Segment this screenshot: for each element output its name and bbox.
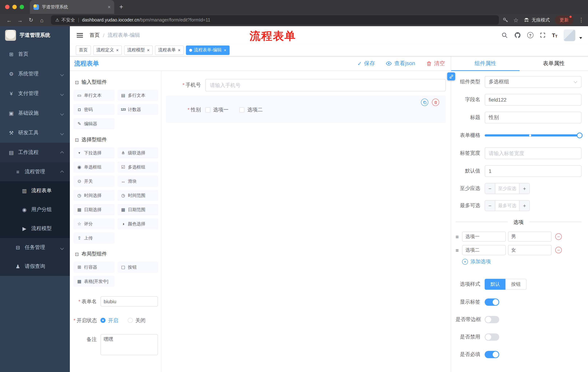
checkbox-option-1[interactable]: 选项一 [205,107,229,113]
min-select-placeholder[interactable]: 至少应选 [495,183,519,194]
palette-chip-row-container[interactable]: ⊞行容器 [74,262,115,273]
remove-option-icon[interactable]: − [555,247,562,253]
palette-chip-multi-text[interactable]: ▤多行文本 [117,90,158,101]
palette-chip-date-range[interactable]: ▦日期范围 [117,204,158,215]
palette-chip-checkbox-group[interactable]: ☑多选框组 [117,162,158,172]
reload-icon[interactable]: ↻ [25,17,36,23]
canvas-field-phone[interactable]: *手机号 [166,79,446,91]
github-icon[interactable] [514,32,521,39]
clear-button[interactable]: 清空 [426,60,445,67]
palette-chip-switch[interactable]: ⊙开关 [74,176,115,187]
delete-component-icon[interactable] [432,99,439,106]
update-browser-button[interactable]: 更新 [555,16,573,24]
fullscreen-icon[interactable] [539,32,546,38]
palette-chip-time-range[interactable]: ◷时间范围 [117,190,158,201]
user-avatar[interactable] [564,29,575,41]
browser-tab[interactable]: 芋道管理系统 × [30,0,114,14]
zoom-window-button[interactable] [20,5,24,9]
browser-menu-icon[interactable]: ⋮ [578,17,584,23]
checkbox-option-2[interactable]: 选项二 [239,107,263,113]
sidebar-item-system[interactable]: ⚙ 系统管理 [0,64,70,84]
help-icon[interactable]: ? [527,32,533,38]
sidebar-item-home[interactable]: ⊞ 首页 [0,44,70,64]
stepper-plus-button[interactable]: + [519,183,529,194]
palette-chip-upload[interactable]: ⇧上传 [74,233,115,244]
palette-chip-editor[interactable]: ✎编辑器 [74,118,115,129]
option-2-value-input[interactable] [508,245,552,255]
stepper-plus-button[interactable]: + [519,201,529,211]
sidebar-item-infrastructure[interactable]: ▣ 基础设施 [0,103,70,123]
canvas-field-gender-selected[interactable]: *性别 选项一 选项二 [166,96,446,123]
tag-close-icon[interactable]: × [224,47,226,53]
sidebar-item-process-model[interactable]: ▶ 流程模型 [0,219,70,238]
tag-process-form-edit[interactable]: 流程表单-编辑 × [186,45,230,55]
disabled-toggle[interactable] [485,333,499,341]
sidebar-item-workflow[interactable]: ▤ 工作流程 [0,143,70,162]
component-type-select[interactable]: 多选框组 [485,76,581,88]
max-select-placeholder[interactable]: 最多可选 [495,201,519,211]
option-1-label-input[interactable] [462,232,506,242]
avatar-caret-icon[interactable] [579,37,582,39]
tag-home[interactable]: 首页 [76,45,91,55]
sidebar-item-task-management[interactable]: ⊟ 任务管理 [0,238,70,257]
palette-chip-cascader[interactable]: ⋔级联选择 [117,148,158,158]
breadcrumb-home[interactable]: 首页 [90,32,100,38]
collapse-sidebar-icon[interactable] [76,31,84,39]
option-style-button-button[interactable]: 按钮 [505,279,526,290]
tag-close-icon[interactable]: × [178,47,180,53]
palette-chip-counter[interactable]: 123计数器 [117,104,158,115]
forward-icon[interactable]: → [15,17,25,23]
required-toggle[interactable] [485,351,499,358]
slider-handle[interactable] [577,132,583,138]
minimize-window-button[interactable] [12,5,17,9]
copy-component-icon[interactable] [421,99,428,106]
tag-close-icon[interactable]: × [147,47,149,53]
form-name-input[interactable] [100,296,158,307]
password-key-icon[interactable] [502,17,508,23]
sidebar-item-payment[interactable]: ¥ 支付管理 [0,84,70,103]
radio-status-off[interactable]: 关闭 [128,315,146,325]
palette-chip-radio-group[interactable]: ◉单选框组 [74,162,115,172]
address-bar[interactable]: ⚠ 不安全 | dashboard.yudao.iocoder.cn /bpm/… [51,15,499,25]
tab-component-properties[interactable]: 组件属性 [451,56,520,71]
home-icon[interactable]: ⌂ [36,17,47,23]
font-size-icon[interactable]: TT [552,32,557,38]
palette-chip-color[interactable]: ◑颜色选择 [117,218,158,229]
option-2-label-input[interactable] [462,245,506,255]
link-icon[interactable] [447,73,455,80]
sidebar-item-process-form[interactable]: ▥ 流程表单 [0,181,70,200]
tag-process-form[interactable]: 流程表单 × [155,45,184,55]
drag-handle-icon[interactable]: ≡ [456,247,462,253]
search-icon[interactable] [501,32,508,38]
default-value-input[interactable] [485,165,581,177]
sidebar-item-devtools[interactable]: ⚒ 研发工具 [0,123,70,143]
label-width-input[interactable] [485,148,581,159]
title-input[interactable] [485,112,581,123]
tab-form-properties[interactable]: 表单属性 [520,56,588,71]
tab-close-icon[interactable]: × [108,4,111,10]
palette-chip-rate[interactable]: ☆评分 [74,218,115,229]
sidebar-item-user-group[interactable]: ◉ 用户分组 [0,200,70,219]
close-window-button[interactable] [5,5,10,9]
add-option-button[interactable]: + 添加选项 [462,258,581,265]
sidebar-item-process-management[interactable]: ≡ 流程管理 [0,162,70,181]
palette-chip-table[interactable]: ▩表格[开发中] [74,276,115,287]
drag-handle-icon[interactable]: ≡ [456,234,462,240]
bookmark-star-icon[interactable]: ☆ [513,17,518,23]
stepper-minus-button[interactable]: − [485,201,495,211]
palette-chip-single-text[interactable]: ▭单行文本 [74,90,115,101]
tag-process-definition[interactable]: 流程定义 × [93,45,122,55]
palette-chip-password[interactable]: ◘密码 [74,104,115,115]
palette-chip-date[interactable]: ▦日期选择 [74,204,115,215]
form-remark-textarea[interactable]: 嘿嘿 [100,334,158,355]
remove-option-icon[interactable]: − [555,233,562,240]
palette-chip-time[interactable]: ◷时间选择 [74,190,115,201]
border-toggle[interactable] [485,316,499,323]
option-1-value-input[interactable] [508,232,552,242]
view-json-button[interactable]: 查看json [386,60,415,67]
show-label-toggle[interactable] [485,298,499,306]
sidebar-item-leave-query[interactable]: ♟ 请假查询 [0,257,70,276]
stepper-minus-button[interactable]: − [485,183,495,194]
palette-chip-select[interactable]: ▼下拉选择 [74,148,115,158]
palette-chip-slider[interactable]: ↔滑块 [117,176,158,187]
